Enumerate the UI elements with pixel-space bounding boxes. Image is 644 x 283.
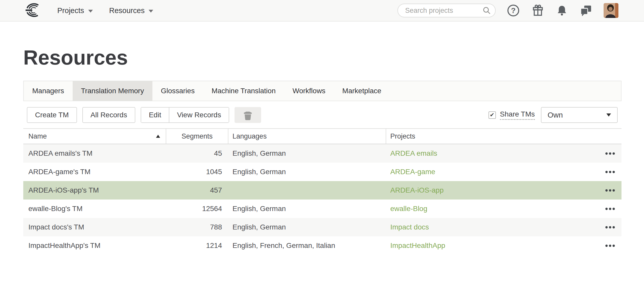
help-button[interactable]: ? [507,5,519,16]
ellipsis-dot-icon [609,226,611,228]
tab-workflows[interactable]: Workflows [284,81,334,101]
row-menu-button[interactable] [605,242,615,250]
column-header-segments[interactable]: Segments [166,129,228,144]
table-row[interactable]: ARDEA-iOS-app's TM457ARDEA-iOS-app [23,181,621,200]
page-title: Resources [23,45,621,70]
column-header-languages[interactable]: Languages [228,129,386,144]
column-header-name[interactable]: Name [23,129,166,144]
avatar[interactable] [604,3,618,18]
row-menu-button[interactable] [605,223,615,232]
cell-tm-name: Impact docs's TM [23,223,166,231]
delete-button[interactable] [235,107,261,123]
row-menu-button[interactable] [605,149,615,158]
ellipsis-dot-icon [613,226,615,228]
project-link[interactable]: ARDEA-iOS-app [390,186,444,194]
sort-ascending-icon [156,135,160,138]
project-link[interactable]: ARDEA emails [390,149,437,158]
app-logo[interactable] [25,3,41,18]
edit-view-button-group: Edit View Records [141,107,229,123]
tab-bar: ManagersTranslation MemoryGlossariesMach… [23,81,621,101]
project-link[interactable]: ImpactHealthApp [390,242,445,250]
cell-projects: ARDEA-game [386,168,621,176]
cell-segments: 788 [166,223,228,231]
chevron-down-icon [606,113,611,117]
nav-projects[interactable]: Projects [57,6,93,15]
tm-scope-select[interactable]: Own [541,107,618,123]
nav-resources[interactable]: Resources [109,6,153,15]
trash-icon [243,109,253,121]
tm-table: Name Segments Languages Projects ARDEA e… [23,128,621,255]
ellipsis-dot-icon [613,152,615,155]
edit-button[interactable]: Edit [141,108,169,122]
cell-segments: 457 [166,186,228,194]
chevron-down-icon [88,10,93,13]
create-tm-button[interactable]: Create TM [27,107,77,123]
cell-languages: English, German [228,205,386,213]
tm-scope-value: Own [548,111,563,119]
ellipsis-dot-icon [613,208,615,210]
share-tms-label[interactable]: Share TMs [500,110,535,120]
tab-machine-translation[interactable]: Machine Translation [203,81,284,101]
notifications-button[interactable] [557,5,567,16]
table-row[interactable]: ARDEA emails's TM45English, GermanARDEA … [23,144,621,163]
table-row[interactable]: ARDEA-game's TM1045English, GermanARDEA-… [23,163,621,181]
ellipsis-dot-icon [605,171,608,173]
share-tms-checkbox[interactable] [488,111,496,119]
project-link[interactable]: ewalle-Blog [390,205,427,213]
search-input[interactable] [397,4,496,17]
gift-button[interactable] [532,4,544,17]
cell-projects: ImpactHealthApp [386,242,621,250]
ellipsis-dot-icon [613,171,615,173]
tab-translation-memory[interactable]: Translation Memory [73,81,152,101]
table-row[interactable]: Impact docs's TM788English, GermanImpact… [23,218,621,236]
table-row[interactable]: ewalle-Blog's TM12564English, Germanewal… [23,200,621,218]
project-link[interactable]: ARDEA-game [390,168,435,176]
chat-icon [580,5,592,16]
tab-marketplace[interactable]: Marketplace [334,81,390,101]
messages-button[interactable] [580,5,592,16]
cell-tm-name: ImpactHealthApp's TM [23,242,166,250]
logo-swirl-icon [25,3,41,18]
cell-tm-name: ewalle-Blog's TM [23,205,166,213]
tab-managers[interactable]: Managers [24,81,73,101]
ellipsis-dot-icon [605,208,608,210]
cell-projects: ewalle-Blog [386,205,621,213]
nav-projects-label: Projects [57,6,84,15]
column-header-languages-label: Languages [232,132,267,140]
cell-projects: ARDEA emails [386,149,621,158]
cell-languages: English, German [228,168,386,176]
ellipsis-dot-icon [609,189,611,192]
tab-glossaries[interactable]: Glossaries [152,81,203,101]
toolbar: Create TM All Records Edit View Records … [23,107,621,123]
row-menu-button[interactable] [605,205,615,213]
cell-segments: 45 [166,149,228,158]
avatar-photo [604,3,618,18]
ellipsis-dot-icon [613,189,615,192]
main-content: Resources ManagersTranslation MemoryGlos… [23,45,621,255]
column-header-projects[interactable]: Projects [386,129,621,144]
cell-projects: Impact docs [386,223,621,232]
column-header-projects-label: Projects [390,132,415,140]
table-header: Name Segments Languages Projects [23,128,621,144]
tm-table-body: ARDEA emails's TM45English, GermanARDEA … [23,144,621,255]
ellipsis-dot-icon [613,245,615,247]
search-box [397,4,496,17]
cell-languages: English, German [228,149,386,158]
ellipsis-dot-icon [609,152,611,155]
chevron-down-icon [149,10,153,13]
bell-icon [557,5,567,16]
row-menu-button[interactable] [605,186,615,195]
ellipsis-dot-icon [605,189,608,192]
column-header-segments-label: Segments [182,132,213,140]
ellipsis-dot-icon [605,152,608,155]
cell-tm-name: ARDEA-game's TM [23,168,166,176]
ellipsis-dot-icon [609,171,611,173]
ellipsis-dot-icon [605,245,608,247]
all-records-button[interactable]: All Records [82,107,135,123]
project-link[interactable]: Impact docs [390,223,429,231]
view-records-button[interactable]: View Records [169,108,229,122]
table-row[interactable]: ImpactHealthApp's TM1214English, French,… [23,236,621,255]
topbar-icons: ? [507,4,592,17]
nav-resources-label: Resources [109,6,145,15]
row-menu-button[interactable] [605,168,615,176]
